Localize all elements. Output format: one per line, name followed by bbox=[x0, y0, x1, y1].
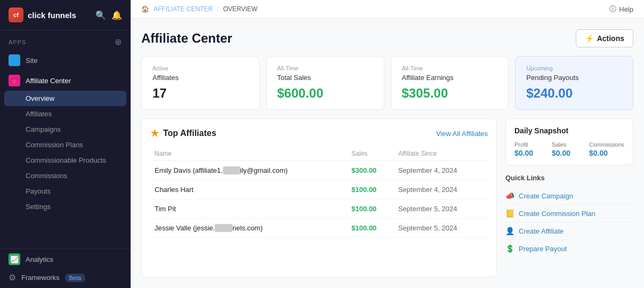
table-row: Emily Davis (affiliate1.········ily@gmai… bbox=[150, 161, 488, 180]
logo-text: click funnels bbox=[28, 11, 76, 20]
top-affiliates-section: ★ Top Affiliates View All Affiliates Nam… bbox=[141, 118, 497, 277]
topbar: 🏠 AFFILIATE CENTER : OVERVIEW ⓘ Help bbox=[131, 0, 644, 19]
bottom-row: ★ Top Affiliates View All Affiliates Nam… bbox=[141, 118, 633, 277]
frameworks-label[interactable]: Frameworks bbox=[21, 274, 60, 282]
quick-links-section: Quick Links 📣 Create Campaign 📒 Create C… bbox=[505, 172, 633, 259]
quick-link-create-commission-plan[interactable]: 📒 Create Commission Plan bbox=[505, 205, 633, 222]
sidebar-sub-commissions[interactable]: Commissions bbox=[0, 168, 131, 183]
content-area: Affiliate Center ⚡ Actions Active Affili… bbox=[131, 19, 644, 288]
breadcrumb-separator: : bbox=[217, 5, 219, 13]
table-row: Charles Hart $100.00 September 4, 2024 bbox=[150, 180, 488, 199]
prepare-payout-icon: 💲 bbox=[505, 244, 514, 253]
logo-icon: cf bbox=[9, 7, 23, 22]
sidebar-sub-affiliates[interactable]: Affiliates bbox=[0, 106, 131, 122]
affiliate-since: September 5, 2024 bbox=[394, 219, 488, 238]
breadcrumb-parent[interactable]: AFFILIATE CENTER bbox=[154, 5, 213, 13]
stats-row: Active Affiliates 17 All-Time Total Sale… bbox=[141, 56, 633, 110]
stat-sublabel-3: Pending Payouts bbox=[526, 74, 622, 82]
quick-link-create-campaign[interactable]: 📣 Create Campaign bbox=[505, 187, 633, 205]
affiliate-sales: $100.00 bbox=[347, 180, 394, 199]
stat-sublabel-0: Affiliates bbox=[152, 74, 248, 82]
snapshot-item-value: $0.00 bbox=[552, 149, 583, 157]
sidebar-item-affiliate-label: Affiliate Center bbox=[26, 77, 71, 85]
sidebar-item-site-label: Site bbox=[26, 57, 37, 65]
affiliate-since: September 4, 2024 bbox=[394, 180, 488, 199]
snapshot-card: Daily Snapshot Profit $0.00 Sales $0.00 … bbox=[505, 118, 633, 165]
affiliates-table: Name Sales Affiliate Since Emily Davis (… bbox=[150, 147, 488, 238]
apps-label: APPS ⊕ bbox=[9, 37, 122, 47]
stat-card-affiliate-earnings: All-Time Affiliate Earnings $305.00 bbox=[391, 56, 509, 110]
sidebar-item-site[interactable]: 🌐 Site bbox=[0, 50, 131, 70]
sidebar-sub-commissionable-products[interactable]: Commissionable Products bbox=[0, 153, 131, 168]
actions-button[interactable]: ⚡ Actions bbox=[576, 29, 633, 47]
table-header: ★ Top Affiliates View All Affiliates bbox=[150, 127, 488, 139]
stat-value-0: 17 bbox=[152, 86, 248, 101]
create-affiliate-icon: 👤 bbox=[505, 227, 514, 235]
site-icon: 🌐 bbox=[9, 54, 20, 66]
affiliate-since: September 5, 2024 bbox=[394, 199, 488, 219]
sidebar-item-affiliate-center[interactable]: 💗 Affiliate Center bbox=[0, 70, 131, 91]
create-campaign-icon: 📣 bbox=[505, 191, 514, 200]
affiliate-sales: $100.00 bbox=[347, 199, 394, 219]
snapshot-item: Sales $0.00 bbox=[552, 141, 583, 157]
help-button[interactable]: ⓘ Help bbox=[609, 4, 633, 14]
quick-link-prepare-payout[interactable]: 💲 Prepare Payout bbox=[505, 240, 633, 257]
affiliate-since: September 4, 2024 bbox=[394, 161, 488, 180]
stat-value-2: $305.00 bbox=[402, 86, 498, 101]
stat-value-3: $240.00 bbox=[526, 86, 622, 101]
col-since: Affiliate Since bbox=[394, 147, 488, 161]
affiliate-sales: $100.00 bbox=[347, 219, 394, 238]
affiliate-sales: $300.00 bbox=[347, 161, 394, 180]
quick-link-create-affiliate[interactable]: 👤 Create Affiliate bbox=[505, 222, 633, 240]
stat-label-3: Upcoming bbox=[526, 65, 622, 71]
quick-links-title: Quick Links bbox=[505, 174, 633, 182]
sidebar-sub-overview[interactable]: Overview bbox=[4, 91, 126, 106]
stat-label-0: Active bbox=[152, 65, 248, 71]
snapshot-item-value: $0.00 bbox=[589, 149, 624, 157]
sidebar-sub-campaigns[interactable]: Campaigns bbox=[0, 122, 131, 137]
analytics-icon: 📈 bbox=[9, 253, 20, 265]
sidebar-sub-payouts[interactable]: Payouts bbox=[0, 183, 131, 199]
stat-label-1: All-Time bbox=[277, 65, 373, 71]
snapshot-item-label: Sales bbox=[552, 141, 583, 148]
sidebar-sub-commission-plans[interactable]: Commission Plans bbox=[0, 137, 131, 153]
sidebar-sub-settings[interactable]: Settings bbox=[0, 199, 131, 214]
main-content: 🏠 AFFILIATE CENTER : OVERVIEW ⓘ Help Aff… bbox=[131, 0, 644, 288]
snapshot-item: Profit $0.00 bbox=[514, 141, 545, 157]
snapshot-item-value: $0.00 bbox=[514, 149, 545, 157]
beta-badge: Beta bbox=[65, 274, 86, 282]
view-all-affiliates-link[interactable]: View All Affiliates bbox=[436, 130, 488, 138]
page-header: Affiliate Center ⚡ Actions bbox=[141, 29, 633, 47]
snapshot-row: Profit $0.00 Sales $0.00 Commissions $0.… bbox=[514, 141, 624, 157]
table-row: Tim Pit $100.00 September 5, 2024 bbox=[150, 199, 488, 219]
sidebar: cf click funnels 🔍 🔔 APPS ⊕ 🌐 Site 💗 Aff… bbox=[0, 0, 131, 288]
prepare-payout-label: Prepare Payout bbox=[519, 245, 567, 253]
snapshot-title: Daily Snapshot bbox=[514, 126, 624, 135]
notification-icon[interactable]: 🔔 bbox=[111, 10, 122, 20]
affiliate-name: Tim Pit bbox=[150, 199, 347, 219]
stat-sublabel-2: Affiliate Earnings bbox=[402, 74, 498, 82]
add-app-icon[interactable]: ⊕ bbox=[115, 37, 122, 47]
table-row: Jessie Valle (jessie.········nels.com) $… bbox=[150, 219, 488, 238]
search-icon[interactable]: 🔍 bbox=[95, 10, 106, 20]
apps-section: APPS ⊕ bbox=[0, 30, 131, 50]
create-campaign-label: Create Campaign bbox=[519, 192, 573, 200]
breadcrumb-home-icon: 🏠 bbox=[141, 5, 149, 13]
stat-sublabel-1: Total Sales bbox=[277, 74, 373, 82]
create-commission-plan-label: Create Commission Plan bbox=[519, 210, 595, 218]
table-title: ★ Top Affiliates bbox=[150, 127, 216, 139]
create-affiliate-label: Create Affiliate bbox=[519, 227, 564, 235]
snapshot-item-label: Commissions bbox=[589, 141, 624, 148]
stat-value-1: $600.00 bbox=[277, 86, 373, 101]
sidebar-analytics-label[interactable]: Analytics bbox=[26, 255, 53, 263]
stat-card-affiliates: Active Affiliates 17 bbox=[141, 56, 260, 110]
sidebar-submenu: Overview Affiliates Campaigns Commission… bbox=[0, 91, 131, 214]
stat-label-2: All-Time bbox=[402, 65, 498, 71]
page-title: Affiliate Center bbox=[141, 31, 232, 46]
help-icon: ⓘ bbox=[609, 4, 616, 14]
snapshot-item: Commissions $0.00 bbox=[589, 141, 624, 157]
affiliate-name: Jessie Valle (jessie.········nels.com) bbox=[150, 219, 347, 238]
right-panel: Daily Snapshot Profit $0.00 Sales $0.00 … bbox=[505, 118, 633, 277]
col-sales: Sales bbox=[347, 147, 394, 161]
logo-area: cf click funnels 🔍 🔔 bbox=[0, 0, 131, 30]
